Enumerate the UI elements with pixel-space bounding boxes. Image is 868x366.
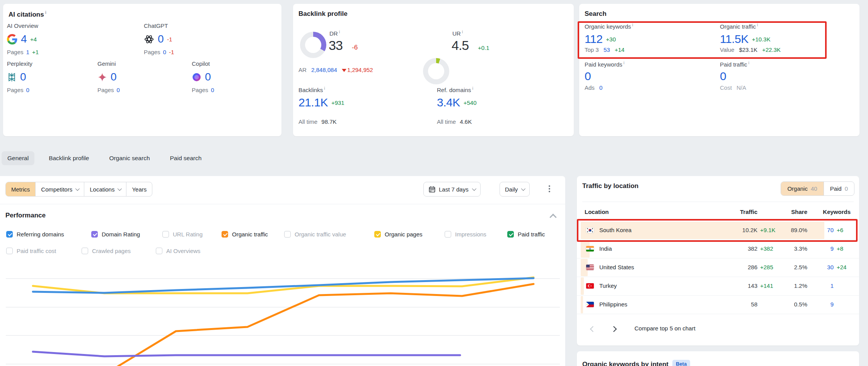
years-filter-button[interactable]: Years — [126, 182, 152, 196]
ref-domains-alltime: All time 4.6K — [437, 118, 472, 125]
organic-traffic-label: Organic traffici — [720, 22, 758, 30]
info-icon[interactable]: i — [45, 10, 46, 15]
location-row-india[interactable]: India 382 +382 3.3% 9 +8 — [577, 240, 859, 258]
organic-paid-toggle: Organic40 Paid0 — [781, 181, 854, 196]
chevron-down-icon — [472, 186, 476, 191]
ref-domains-label: Ref. domainsi — [437, 86, 473, 93]
perplexity-stat: Perplexity 0 Pages 0 — [7, 60, 32, 93]
down-triangle-icon — [342, 69, 346, 72]
ar-value[interactable]: 2,848,084 — [311, 67, 337, 73]
pagination-next-icon[interactable] — [611, 326, 617, 332]
info-icon[interactable]: i — [749, 60, 749, 65]
metrics-filter-button[interactable]: Metrics — [6, 182, 36, 196]
ar-drop: 1,294,952 — [347, 67, 373, 73]
chatgpt-stat: ChatGPT 0 -1 Pages 0 -1 — [144, 22, 174, 55]
ur-donut — [423, 58, 449, 84]
backlinks-value[interactable]: 21.1K — [298, 96, 328, 109]
info-icon[interactable]: i — [472, 86, 473, 91]
organic-keywords-top3: Top 3 53 +14 — [585, 46, 624, 53]
domain-rating-line — [33, 352, 460, 356]
south-korea-flag — [586, 227, 594, 233]
copilot-value[interactable]: 0 — [205, 71, 211, 83]
ai-overview-value[interactable]: 4 — [21, 33, 27, 45]
checkbox-organic-pages[interactable]: Organic pages — [374, 230, 423, 238]
location-row-united-states[interactable]: United States 286 +285 2.5% 30 +24 — [577, 258, 859, 277]
chevron-down-icon — [75, 186, 80, 191]
paid-keywords-value[interactable]: 0 — [585, 70, 591, 82]
location-row-turkey[interactable]: Turkey 143 +141 1.2% 1 — [577, 277, 859, 296]
ref-domains-value[interactable]: 3.4K — [437, 96, 460, 109]
location-row-south-korea[interactable]: South Korea 10.2K +9.1K 89.0% 70 +6 — [577, 221, 859, 240]
gemini-pages[interactable]: 0 — [117, 87, 120, 93]
tab-backlink-profile[interactable]: Backlink profile — [43, 151, 95, 165]
overview-tabs: General Backlink profile Organic search … — [2, 150, 207, 166]
checkbox-referring-domains[interactable]: Referring domains — [6, 230, 64, 238]
info-icon[interactable]: i — [462, 29, 463, 34]
checkbox-domain-rating[interactable]: Domain Rating — [91, 230, 140, 238]
checkbox-icon — [374, 231, 381, 238]
tab-paid-search[interactable]: Paid search — [164, 151, 208, 165]
filter-group: Metrics Competitors Locations Years — [5, 182, 152, 197]
search-title: Search — [585, 10, 607, 18]
organic-traffic-line — [33, 284, 534, 366]
chatgpt-pages[interactable]: 0 — [163, 49, 166, 55]
info-icon[interactable]: i — [339, 29, 340, 34]
pagination-prev-icon[interactable] — [590, 326, 596, 332]
backlink-profile-card: Backlink profile DRi 33 -6 AR 2,848,084 … — [293, 4, 574, 136]
backlink-profile-title: Backlink profile — [298, 10, 348, 18]
ai-overview-pages[interactable]: 1 — [26, 49, 29, 55]
checkbox-impressions[interactable]: Impressions — [445, 230, 486, 238]
tab-organic-search[interactable]: Organic search — [103, 151, 155, 165]
perplexity-value[interactable]: 0 — [20, 71, 26, 83]
column-share: Share — [791, 209, 807, 215]
chatgpt-value[interactable]: 0 — [158, 33, 164, 45]
paid-traffic-value[interactable]: 0 — [720, 70, 726, 82]
checkbox-organic-traffic[interactable]: Organic traffic — [222, 230, 268, 238]
compare-top5-link[interactable]: Compare top 5 on chart — [634, 325, 696, 332]
keywords-by-intent-card: Organic keywords by intentBeta — [577, 351, 859, 366]
ahrefs-overview-dashboard: AI citationsi AI Overview 4 +4 Pages 1 +… — [0, 0, 868, 366]
ur-value: 4.5 — [452, 38, 469, 53]
toggle-organic[interactable]: Organic40 — [781, 182, 823, 195]
location-row-philippines[interactable]: Philippines 58 0.5% 9 — [577, 296, 859, 314]
ar-row: AR 2,848,084 1,294,952 — [298, 67, 373, 73]
granularity-button[interactable]: Daily — [500, 182, 530, 197]
organic-keywords-change: +30 — [606, 36, 616, 43]
toggle-paid[interactable]: Paid0 — [824, 182, 854, 195]
locations-filter-button[interactable]: Locations — [84, 182, 126, 196]
info-icon[interactable]: i — [757, 22, 758, 27]
backlinks-alltime: All time 98.7K — [298, 118, 337, 125]
organic-traffic-value[interactable]: 11.5K — [720, 32, 749, 46]
copilot-pages[interactable]: 0 — [211, 87, 214, 93]
checkbox-paid-traffic[interactable]: Paid traffic — [507, 230, 545, 238]
checkbox-organic-traffic-value[interactable]: Organic traffic value — [284, 230, 346, 238]
checkbox-icon — [445, 231, 451, 238]
organic-keywords-label: Organic keywordsi — [585, 22, 633, 30]
gemini-value[interactable]: 0 — [111, 71, 116, 83]
info-icon[interactable]: i — [324, 86, 325, 91]
backlinks-label: Backlinksi — [298, 86, 325, 93]
more-options-kebab-icon[interactable] — [549, 185, 550, 187]
dr-donut — [300, 32, 326, 58]
checkbox-icon — [507, 231, 514, 238]
ref-domains-change: +540 — [464, 99, 477, 106]
date-range-button[interactable]: Last 7 days — [423, 182, 481, 197]
chatgpt-icon — [144, 34, 154, 44]
india-flag — [586, 246, 594, 251]
organic-traffic-change: +10.3K — [752, 36, 771, 43]
info-icon[interactable]: i — [624, 60, 624, 65]
competitors-filter-button[interactable]: Competitors — [36, 182, 84, 196]
perplexity-pages[interactable]: 0 — [26, 87, 29, 93]
philippines-flag — [586, 302, 594, 307]
perplexity-icon — [7, 72, 17, 82]
organic-keywords-value[interactable]: 112 — [585, 32, 602, 46]
tab-general[interactable]: General — [2, 151, 34, 165]
info-icon[interactable]: i — [632, 22, 633, 27]
column-traffic: Traffic — [740, 209, 757, 215]
dr-value: 33 — [329, 38, 343, 53]
checkbox-url-rating[interactable]: URL Rating — [162, 230, 203, 238]
organic-traffic-value-row: Value $23.1K +22.3K — [720, 46, 781, 53]
ur-label: URi — [452, 29, 463, 37]
collapse-chevron-up-icon[interactable] — [549, 214, 556, 221]
checkbox-icon — [222, 231, 228, 238]
